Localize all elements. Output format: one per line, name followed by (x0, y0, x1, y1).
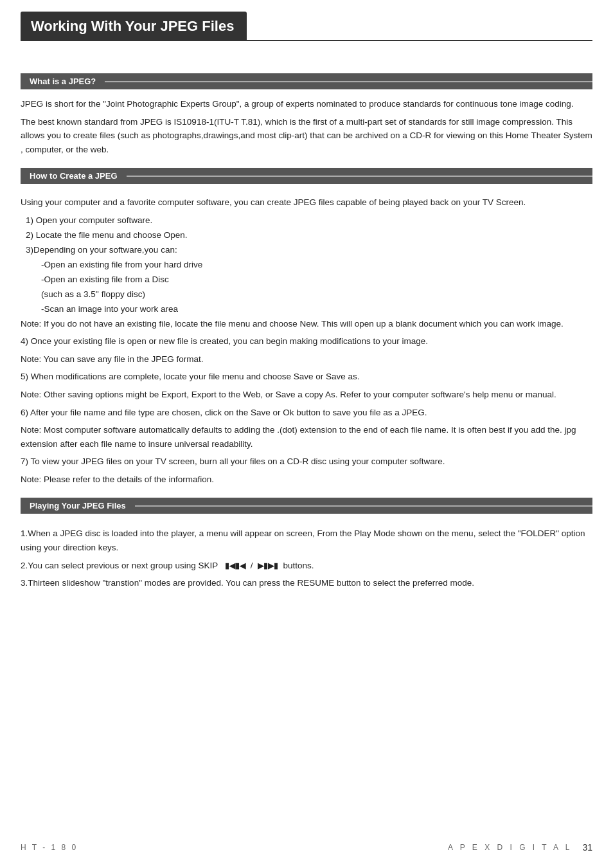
skip-next-icon: ▶▮▶▮ (258, 561, 278, 570)
section-header-playing-jpeg: Playing Your JPEG Files (21, 498, 592, 514)
note-3: Note: Other saving options might be Expo… (21, 388, 592, 402)
footer-model: H T - 1 8 0 (21, 843, 78, 852)
step-6: 6) After your file name and file type ar… (21, 406, 592, 420)
playing-item-2: 2.You can select previous or next group … (21, 559, 592, 573)
footer-page-number: 31 (582, 842, 592, 853)
page-footer: H T - 1 8 0 A P E X D I G I T A L 31 (21, 842, 592, 853)
what-is-jpeg-para-1: JPEG is short for the "Joint Photographi… (21, 97, 592, 111)
sub-item-3: (such as a 3.5'' floppy disc) (41, 287, 592, 302)
section-how-to-create: How to Create a JPEG Using your computer… (21, 168, 592, 486)
what-is-jpeg-para-2: The best known standard from JPEG is IS1… (21, 115, 592, 157)
page-title: Working With Your JPEG Files (31, 18, 234, 35)
title-bar: Working With Your JPEG Files (21, 12, 247, 41)
section-header-how-to-create: How to Create a JPEG (21, 168, 592, 184)
section-what-is-jpeg: What is a JPEG? JPEG is short for the "J… (21, 73, 592, 156)
list-item-2: 2) Locate the file menu and choose Open. (26, 228, 592, 243)
skip-prev-icon: ▮◀▮◀ (225, 561, 245, 570)
playing-item-3: 3.Thirteen slideshow "transtion" modes a… (21, 576, 592, 590)
sub-item-1: -Open an existing file from your hard dr… (41, 258, 592, 273)
step-4: 4) Once your existing file is open or ne… (21, 334, 592, 348)
note-2: Note: You can save any file in the JPEG … (21, 352, 592, 366)
note-5: Note: Please refer to the details of the… (21, 473, 592, 487)
section-header-what-is-jpeg: What is a JPEG? (21, 73, 592, 89)
how-to-create-intro: Using your computer and a favorite compu… (21, 195, 592, 210)
sub-item-4: -Scan an image into your work area (41, 302, 592, 317)
note-4: Note: Most computer software automatical… (21, 423, 592, 451)
note-1: Note: If you do not have an existing fil… (21, 317, 592, 331)
step-7: 7) To view your JPEG files on your TV sc… (21, 455, 592, 469)
step-5: 5) When modifications are complete, loca… (21, 370, 592, 384)
section-playing-jpeg: Playing Your JPEG Files 1.When a JPEG di… (21, 498, 592, 590)
list-item-1: 1) Open your computer software. (26, 213, 592, 228)
playing-item-1: 1.When a JPEG disc is loaded into the pl… (21, 527, 592, 554)
sub-item-2: -Open an existing file from a Disc (41, 273, 592, 287)
footer-brand: A P E X D I G I T A L (448, 843, 572, 852)
list-item-3: 3)Depending on your software,you can: (26, 243, 592, 258)
